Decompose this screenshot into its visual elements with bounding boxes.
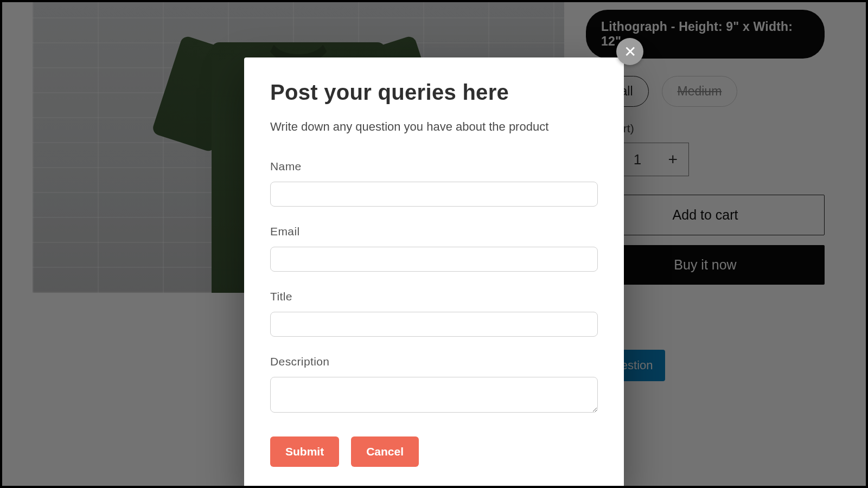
query-modal: ✕ Post your queries here Write down any … xyxy=(244,57,624,488)
title-label: Title xyxy=(270,290,598,303)
email-input[interactable] xyxy=(270,247,598,272)
title-input[interactable] xyxy=(270,312,598,337)
email-field: Email xyxy=(270,225,598,272)
modal-subtitle: Write down any question you have about t… xyxy=(270,120,598,134)
description-input[interactable] xyxy=(270,377,598,413)
modal-actions: Submit Cancel xyxy=(270,436,598,467)
name-label: Name xyxy=(270,160,598,173)
close-icon: ✕ xyxy=(624,43,636,61)
modal-title: Post your queries here xyxy=(270,80,598,105)
title-field: Title xyxy=(270,290,598,337)
submit-button[interactable]: Submit xyxy=(270,436,339,467)
email-label: Email xyxy=(270,225,598,238)
close-button[interactable]: ✕ xyxy=(616,38,643,65)
name-field: Name xyxy=(270,160,598,207)
name-input[interactable] xyxy=(270,182,598,207)
description-field: Description xyxy=(270,355,598,415)
cancel-button[interactable]: Cancel xyxy=(351,436,419,467)
description-label: Description xyxy=(270,355,598,368)
